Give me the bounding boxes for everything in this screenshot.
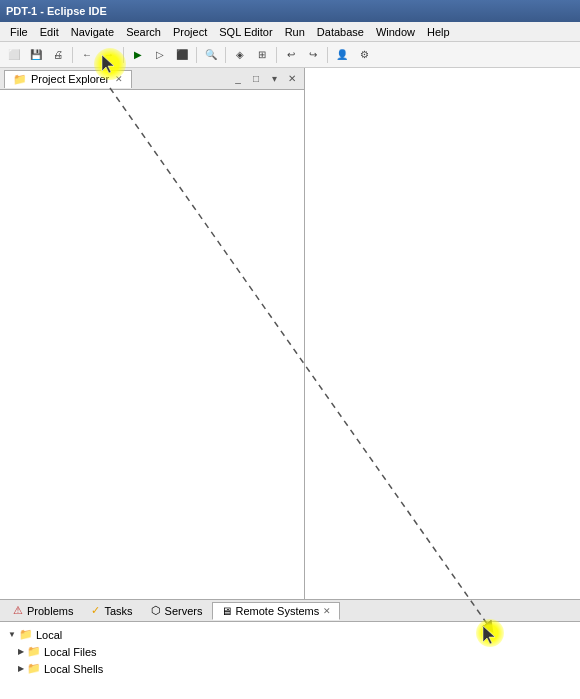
tree-local-root[interactable]: ▼ 📁 Local [4,626,576,643]
tasks-tab[interactable]: ✓ Tasks [82,601,141,620]
tasks-icon: ✓ [91,604,100,617]
toolbar-btn-undo[interactable]: ↩ [281,45,301,65]
toolbar-btn-run-2[interactable]: ▷ [150,45,170,65]
local-shells-arrow: ▶ [18,664,24,673]
menu-edit[interactable]: Edit [34,24,65,40]
toolbar-sep-6 [327,47,328,63]
servers-icon: ⬡ [151,604,161,617]
toolbar-sep-1 [72,47,73,63]
remote-systems-tab[interactable]: 🖥 Remote Systems ✕ [212,602,341,620]
toolbar-btn-search[interactable]: 🔍 [201,45,221,65]
servers-tab[interactable]: ⬡ Servers [142,601,212,620]
bottom-panel: ⚠ Problems ✓ Tasks ⬡ Servers 🖥 Remote Sy… [0,599,580,699]
menu-help[interactable]: Help [421,24,456,40]
left-panel: 📁 Project Explorer ✕ _ □ ▾ ✕ [0,68,305,599]
local-files-icon: 📁 [27,645,41,658]
project-explorer-close[interactable]: ✕ [115,74,123,84]
problems-label: Problems [27,605,73,617]
toolbar-btn-new[interactable]: ⬜ [4,45,24,65]
toolbar-btn-person[interactable]: 👤 [332,45,352,65]
toolbar-btn-forward[interactable]: → [99,45,119,65]
view-menu-btn[interactable]: ▾ [266,71,282,87]
toolbar-sep-2 [123,47,124,63]
menu-search[interactable]: Search [120,24,167,40]
main-area: 📁 Project Explorer ✕ _ □ ▾ ✕ [0,68,580,599]
problems-icon: ⚠ [13,604,23,617]
tree-local-files[interactable]: ▶ 📁 Local Files [4,643,576,660]
menu-database[interactable]: Database [311,24,370,40]
toolbar-btn-redo[interactable]: ↪ [303,45,323,65]
toolbar-sep-3 [196,47,197,63]
menu-run[interactable]: Run [279,24,311,40]
project-explorer-tab[interactable]: 📁 Project Explorer ✕ [4,70,132,88]
left-panel-tab-bar: 📁 Project Explorer ✕ _ □ ▾ ✕ [0,68,304,90]
menu-file[interactable]: File [4,24,34,40]
local-shells-icon: 📁 [27,662,41,675]
problems-tab[interactable]: ⚠ Problems [4,601,82,620]
menu-window[interactable]: Window [370,24,421,40]
title-bar-text: PDT-1 - Eclipse IDE [6,5,107,17]
panel-tab-actions: _ □ ▾ ✕ [230,71,300,87]
remote-systems-content: ▼ 📁 Local ▶ 📁 Local Files ▶ 📁 Local Shel… [0,622,580,699]
toolbar-btn-debug[interactable]: ⬛ [172,45,192,65]
project-explorer-content [0,90,304,599]
servers-label: Servers [165,605,203,617]
menu-sql-editor[interactable]: SQL Editor [213,24,278,40]
local-shells-label: Local Shells [44,663,103,675]
toolbar-btn-perspective[interactable]: ◈ [230,45,250,65]
toolbar-btn-save[interactable]: 💾 [26,45,46,65]
remote-systems-icon: 🖥 [221,605,232,617]
toolbar-btn-print[interactable]: 🖨 [48,45,68,65]
toolbar-sep-5 [276,47,277,63]
project-explorer-label: Project Explorer [31,73,109,85]
close-view-btn[interactable]: ✕ [284,71,300,87]
local-folder-icon: 📁 [19,628,33,641]
tree-local-shells[interactable]: ▶ 📁 Local Shells [4,660,576,677]
tasks-label: Tasks [104,605,132,617]
bottom-tab-bar: ⚠ Problems ✓ Tasks ⬡ Servers 🖥 Remote Sy… [0,600,580,622]
minimize-view-btn[interactable]: _ [230,71,246,87]
local-expand-arrow: ▼ [8,630,16,639]
remote-systems-label: Remote Systems [236,605,320,617]
menu-project[interactable]: Project [167,24,213,40]
menu-navigate[interactable]: Navigate [65,24,120,40]
toolbar-btn-settings[interactable]: ⚙ [354,45,374,65]
local-files-label: Local Files [44,646,97,658]
workspace: 📁 Project Explorer ✕ _ □ ▾ ✕ [0,68,580,699]
title-bar: PDT-1 - Eclipse IDE [0,0,580,22]
local-root-label: Local [36,629,62,641]
toolbar: ⬜ 💾 🖨 ← → ▶ ▷ ⬛ 🔍 ◈ ⊞ ↩ ↪ 👤 ⚙ [0,42,580,68]
project-explorer-icon: 📁 [13,73,27,86]
toolbar-btn-back[interactable]: ← [77,45,97,65]
menu-bar: File Edit Navigate Search Project SQL Ed… [0,22,580,42]
toolbar-btn-open-perspective[interactable]: ⊞ [252,45,272,65]
remote-systems-close[interactable]: ✕ [323,606,331,616]
right-panel [305,68,580,599]
maximize-view-btn[interactable]: □ [248,71,264,87]
toolbar-sep-4 [225,47,226,63]
local-files-arrow: ▶ [18,647,24,656]
toolbar-btn-run[interactable]: ▶ [128,45,148,65]
